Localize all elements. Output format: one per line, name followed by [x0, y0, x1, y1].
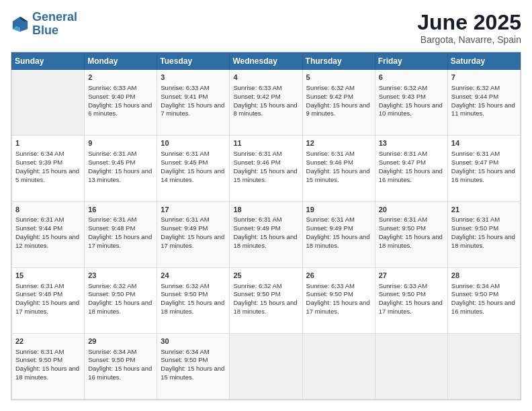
daylight-text: Daylight: 15 hours and 17 minutes. — [88, 233, 152, 249]
logo-line2: Blue — [32, 24, 58, 37]
table-row: 10Sunrise: 6:31 AMSunset: 9:45 PMDayligh… — [157, 136, 230, 201]
daylight-text: Daylight: 15 hours and 17 minutes. — [161, 233, 224, 249]
daylight-text: Daylight: 15 hours and 18 minutes. — [233, 299, 297, 315]
table-row — [375, 333, 447, 399]
day-number: 17 — [161, 205, 226, 215]
day-number: 12 — [306, 138, 371, 148]
table-row: 18Sunrise: 6:31 AMSunset: 9:49 PMDayligh… — [230, 201, 302, 267]
sunrise-text: Sunrise: 6:31 AM — [379, 216, 427, 223]
table-row: 29Sunrise: 6:34 AMSunset: 9:50 PMDayligh… — [85, 333, 157, 399]
sunset-text: Sunset: 9:42 PM — [233, 93, 280, 100]
sunrise-text: Sunrise: 6:33 AM — [379, 282, 427, 289]
sunrise-text: Sunrise: 6:33 AM — [233, 84, 281, 91]
table-row: 24Sunrise: 6:32 AMSunset: 9:50 PMDayligh… — [157, 267, 230, 333]
calendar: Sunday Monday Tuesday Wednesday Thursday… — [11, 52, 521, 400]
day-number: 11 — [233, 138, 298, 148]
col-wednesday: Wednesday — [230, 53, 302, 70]
daylight-text: Daylight: 15 hours and 15 minutes. — [161, 365, 224, 381]
daylight-text: Daylight: 15 hours and 18 minutes. — [451, 233, 515, 249]
calendar-week-row: 15Sunrise: 6:31 AMSunset: 9:48 PMDayligh… — [12, 267, 521, 333]
sunset-text: Sunset: 9:44 PM — [15, 224, 62, 232]
day-number: 25 — [233, 271, 298, 281]
sunset-text: Sunset: 9:44 PM — [451, 93, 498, 100]
table-row — [447, 333, 520, 399]
table-row: 19Sunrise: 6:31 AMSunset: 9:49 PMDayligh… — [302, 201, 375, 267]
day-number: 28 — [451, 271, 517, 281]
sunset-text: Sunset: 9:42 PM — [306, 93, 353, 100]
sunset-text: Sunset: 9:50 PM — [88, 290, 135, 298]
day-number: 30 — [161, 336, 226, 347]
daylight-text: Daylight: 15 hours and 15 minutes. — [233, 167, 297, 183]
table-row: 5Sunrise: 6:32 AMSunset: 9:42 PMDaylight… — [302, 70, 375, 136]
table-row: 8Sunrise: 6:31 AMSunset: 9:44 PMDaylight… — [12, 201, 85, 267]
sunset-text: Sunset: 9:45 PM — [161, 158, 208, 166]
sunrise-text: Sunrise: 6:33 AM — [306, 282, 355, 289]
day-number: 22 — [15, 336, 81, 347]
header: General Blue June 2025 Bargota, Navarre,… — [11, 11, 521, 45]
table-row: 21Sunrise: 6:31 AMSunset: 9:50 PMDayligh… — [447, 201, 520, 267]
day-number: 26 — [306, 271, 371, 281]
daylight-text: Daylight: 15 hours and 18 minutes. — [306, 233, 370, 249]
sunrise-text: Sunrise: 6:31 AM — [88, 216, 136, 223]
logo-icon — [11, 15, 30, 34]
sunset-text: Sunset: 9:45 PM — [88, 158, 135, 166]
logo-line1: General — [32, 10, 77, 24]
col-thursday: Thursday — [302, 53, 375, 70]
table-row: 13Sunrise: 6:31 AMSunset: 9:47 PMDayligh… — [375, 136, 447, 201]
sunset-text: Sunset: 9:48 PM — [15, 290, 62, 298]
col-saturday: Saturday — [447, 53, 520, 70]
day-number: 1 — [15, 138, 81, 148]
table-row: 6Sunrise: 6:32 AMSunset: 9:43 PMDaylight… — [375, 70, 447, 136]
sunrise-text: Sunrise: 6:34 AM — [451, 282, 500, 289]
table-row: 11Sunrise: 6:31 AMSunset: 9:46 PMDayligh… — [230, 136, 302, 201]
sunrise-text: Sunrise: 6:31 AM — [379, 150, 427, 157]
sunrise-text: Sunrise: 6:32 AM — [161, 282, 209, 289]
table-row — [302, 333, 375, 399]
table-row: 22Sunrise: 6:31 AMSunset: 9:50 PMDayligh… — [12, 333, 85, 399]
day-number: 5 — [306, 73, 371, 83]
sunrise-text: Sunrise: 6:31 AM — [451, 150, 500, 157]
sunset-text: Sunset: 9:48 PM — [88, 224, 135, 232]
day-number: 10 — [161, 138, 226, 148]
sunset-text: Sunset: 9:40 PM — [88, 93, 135, 100]
daylight-text: Daylight: 15 hours and 18 minutes. — [161, 299, 224, 315]
daylight-text: Daylight: 15 hours and 6 minutes. — [88, 101, 152, 118]
sunset-text: Sunset: 9:50 PM — [233, 290, 280, 298]
logo-text: General Blue — [32, 11, 77, 38]
col-monday: Monday — [85, 53, 157, 70]
sunset-text: Sunset: 9:46 PM — [306, 158, 353, 166]
daylight-text: Daylight: 15 hours and 14 minutes. — [161, 167, 224, 183]
daylight-text: Daylight: 15 hours and 18 minutes. — [15, 365, 79, 381]
day-number: 8 — [15, 205, 81, 215]
sunset-text: Sunset: 9:49 PM — [161, 224, 208, 232]
sunrise-text: Sunrise: 6:31 AM — [306, 150, 355, 157]
col-sunday: Sunday — [12, 53, 85, 70]
sunset-text: Sunset: 9:49 PM — [233, 224, 280, 232]
table-row: 1Sunrise: 6:34 AMSunset: 9:39 PMDaylight… — [12, 136, 85, 201]
day-number: 6 — [379, 73, 444, 83]
sunrise-text: Sunrise: 6:31 AM — [451, 216, 500, 223]
sunrise-text: Sunrise: 6:32 AM — [233, 282, 281, 289]
sunrise-text: Sunrise: 6:31 AM — [306, 216, 355, 223]
sunset-text: Sunset: 9:46 PM — [233, 158, 280, 166]
sunrise-text: Sunrise: 6:33 AM — [88, 84, 136, 91]
sunset-text: Sunset: 9:50 PM — [451, 290, 498, 298]
page: General Blue June 2025 Bargota, Navarre,… — [0, 0, 532, 411]
table-row: 15Sunrise: 6:31 AMSunset: 9:48 PMDayligh… — [12, 267, 85, 333]
sunset-text: Sunset: 9:39 PM — [15, 158, 62, 166]
day-number: 7 — [451, 73, 517, 83]
sunset-text: Sunset: 9:50 PM — [161, 290, 208, 298]
day-number: 15 — [15, 271, 81, 281]
sunset-text: Sunset: 9:47 PM — [379, 158, 426, 166]
daylight-text: Daylight: 15 hours and 15 minutes. — [306, 167, 370, 183]
sunset-text: Sunset: 9:50 PM — [379, 224, 426, 232]
day-number: 14 — [451, 138, 517, 148]
daylight-text: Daylight: 15 hours and 17 minutes. — [306, 299, 370, 315]
day-number: 20 — [379, 205, 444, 215]
day-number: 16 — [88, 205, 153, 215]
sunrise-text: Sunrise: 6:34 AM — [88, 348, 136, 355]
day-number: 27 — [379, 271, 444, 281]
sunset-text: Sunset: 9:43 PM — [379, 93, 426, 100]
calendar-subtitle: Bargota, Navarre, Spain — [417, 34, 521, 45]
daylight-text: Daylight: 15 hours and 11 minutes. — [451, 101, 515, 118]
